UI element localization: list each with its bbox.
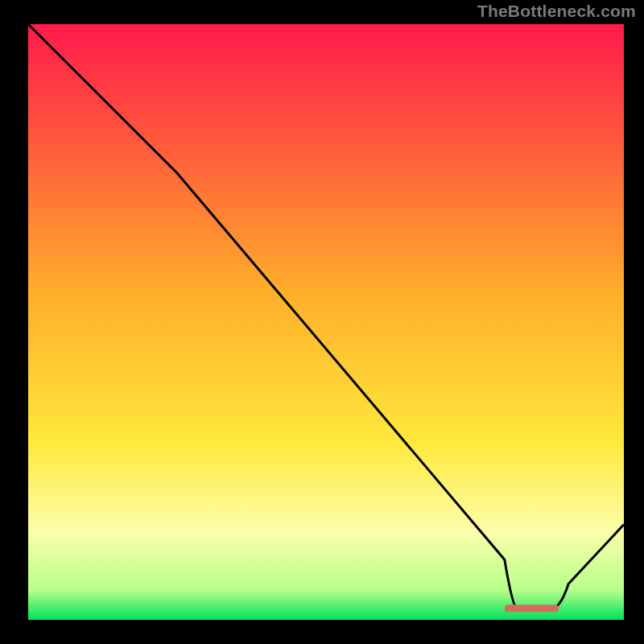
attribution-label: TheBottleneck.com <box>477 2 636 21</box>
plateau-marker <box>505 605 559 612</box>
chart-container: TheBottleneck.com <box>0 0 644 644</box>
chart-svg <box>0 0 644 644</box>
